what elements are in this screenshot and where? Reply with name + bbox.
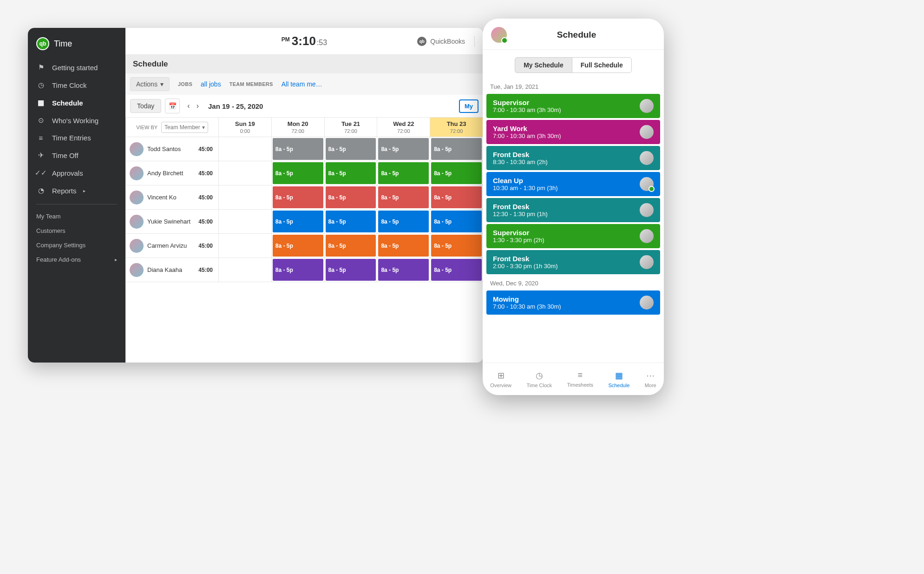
shift-block[interactable]: 8a - 5p <box>326 186 376 208</box>
user-avatar[interactable] <box>491 27 507 43</box>
seg-my-schedule[interactable]: My Schedule <box>515 57 572 73</box>
shift-cell[interactable]: 8a - 5p <box>272 210 325 233</box>
sidebar-item-reports[interactable]: ◔ Reports ▸ <box>28 182 125 199</box>
shift-cell[interactable] <box>219 258 272 282</box>
employee-cell[interactable]: Andy Birchett 45:00 <box>126 161 219 185</box>
sidebar-sub-feature-add-ons[interactable]: Feature Add-ons▸ <box>28 252 125 267</box>
sidebar-sub-my-team[interactable]: My Team <box>28 209 125 224</box>
shift-block[interactable]: 8a - 5p <box>273 211 323 232</box>
shift-block[interactable]: 8a - 5p <box>273 138 323 160</box>
shift-block[interactable]: 8a - 5p <box>378 162 429 184</box>
schedule-card[interactable]: Mowing 7:00 - 10:30 am (3h 30m) <box>486 290 660 315</box>
shift-block[interactable]: 8a - 5p <box>326 138 376 160</box>
today-button[interactable]: Today <box>130 99 161 113</box>
calendar-picker-button[interactable]: 📅 <box>165 99 180 113</box>
shift-cell[interactable]: 8a - 5p <box>430 210 483 233</box>
shift-block[interactable]: 8a - 5p <box>273 259 323 281</box>
shift-block[interactable]: 8a - 5p <box>273 186 323 208</box>
schedule-card[interactable]: Front Desk 8:30 - 10:30 am (2h) <box>486 146 660 170</box>
my-button[interactable]: My <box>459 99 478 113</box>
sidebar-item-approvals[interactable]: ✓✓ Approvals <box>28 164 125 182</box>
next-week-button[interactable]: › <box>197 102 199 110</box>
shift-cell[interactable] <box>219 137 272 161</box>
schedule-card[interactable]: Yard Work 7:00 - 10:30 am (3h 30m) <box>486 120 660 144</box>
sidebar-sub-customers[interactable]: Customers <box>28 224 125 238</box>
shift-cell[interactable]: 8a - 5p <box>272 161 325 185</box>
shift-cell[interactable] <box>219 161 272 185</box>
shift-block[interactable]: 8a - 5p <box>326 211 376 232</box>
shift-cell[interactable] <box>219 234 272 257</box>
shift-cell[interactable]: 8a - 5p <box>272 185 325 209</box>
schedule-card[interactable]: Supervisor 7:00 - 10:30 am (3h 30m) <box>486 94 660 118</box>
shift-block[interactable]: 8a - 5p <box>326 235 376 257</box>
tab-time-clock[interactable]: ◷ Time Clock <box>526 370 552 388</box>
shift-cell[interactable]: 8a - 5p <box>272 137 325 161</box>
shift-cell[interactable] <box>219 185 272 209</box>
employee-cell[interactable]: Diana Kaaha 45:00 <box>126 258 219 282</box>
shift-block[interactable]: 8a - 5p <box>431 162 482 184</box>
schedule-card[interactable]: Front Desk 2:00 - 3:30 pm (1h 30m) <box>486 250 660 274</box>
shift-cell[interactable]: 8a - 5p <box>430 185 483 209</box>
shift-cell[interactable]: 8a - 5p <box>377 161 430 185</box>
shift-cell[interactable]: 8a - 5p <box>430 234 483 257</box>
shift-block[interactable]: 8a - 5p <box>378 138 429 160</box>
shift-block[interactable]: 8a - 5p <box>326 259 376 281</box>
day-header[interactable]: Mon 20 72:00 <box>272 118 325 137</box>
sidebar-sub-company-settings[interactable]: Company Settings <box>28 238 125 252</box>
shift-cell[interactable]: 8a - 5p <box>430 161 483 185</box>
tab-schedule[interactable]: ▦ Schedule <box>608 370 629 388</box>
tab-overview[interactable]: ⊞ Overview <box>490 370 511 388</box>
employee-cell[interactable]: Vincent Ko 45:00 <box>126 185 219 209</box>
shift-cell[interactable]: 8a - 5p <box>325 210 378 233</box>
shift-block[interactable]: 8a - 5p <box>431 138 482 160</box>
employee-cell[interactable]: Todd Santos 45:00 <box>126 137 219 161</box>
jobs-filter-link[interactable]: all jobs <box>201 80 221 88</box>
shift-cell[interactable]: 8a - 5p <box>377 234 430 257</box>
shift-block[interactable]: 8a - 5p <box>431 259 482 281</box>
sidebar-item-who-s-working[interactable]: ⊙ Who's Working <box>28 112 125 129</box>
schedule-card[interactable]: Front Desk 12:30 - 1:30 pm (1h) <box>486 198 660 222</box>
shift-block[interactable]: 8a - 5p <box>378 211 429 232</box>
shift-block[interactable]: 8a - 5p <box>378 235 429 257</box>
shift-block[interactable]: 8a - 5p <box>431 186 482 208</box>
shift-cell[interactable]: 8a - 5p <box>377 210 430 233</box>
shift-cell[interactable]: 8a - 5p <box>325 161 378 185</box>
shift-cell[interactable]: 8a - 5p <box>272 258 325 282</box>
prev-week-button[interactable]: ‹ <box>187 102 190 110</box>
day-header[interactable]: Tue 21 72:00 <box>325 118 378 137</box>
shift-cell[interactable]: 8a - 5p <box>325 185 378 209</box>
sidebar-item-getting-started[interactable]: ⚑ Getting started <box>28 59 125 76</box>
shift-cell[interactable]: 8a - 5p <box>430 258 483 282</box>
shift-block[interactable]: 8a - 5p <box>378 259 429 281</box>
shift-block[interactable]: 8a - 5p <box>378 186 429 208</box>
shift-block[interactable]: 8a - 5p <box>273 235 323 257</box>
day-header[interactable]: Thu 23 72:00 <box>430 118 483 137</box>
sidebar-item-time-off[interactable]: ✈ Time Off <box>28 146 125 164</box>
sidebar-item-time-entries[interactable]: ≡ Time Entries <box>28 129 125 146</box>
shift-cell[interactable]: 8a - 5p <box>325 137 378 161</box>
schedule-card[interactable]: Clean Up 10:30 am - 1:30 pm (3h) <box>486 172 660 196</box>
employee-cell[interactable]: Carmen Arvizu 45:00 <box>126 234 219 257</box>
actions-button[interactable]: Actions ▾ <box>130 77 170 91</box>
schedule-card[interactable]: Supervisor 1:30 - 3:30 pm (2h) <box>486 224 660 248</box>
shift-cell[interactable]: 8a - 5p <box>430 137 483 161</box>
shift-cell[interactable]: 8a - 5p <box>325 234 378 257</box>
day-header[interactable]: Wed 22 72:00 <box>377 118 430 137</box>
shift-cell[interactable]: 8a - 5p <box>272 234 325 257</box>
view-by-select[interactable]: Team Member ▾ <box>161 122 208 133</box>
sidebar-item-time-clock[interactable]: ◷ Time Clock <box>28 76 125 94</box>
tab-more[interactable]: ⋯ More <box>645 370 656 388</box>
shift-cell[interactable] <box>219 210 272 233</box>
seg-full-schedule[interactable]: Full Schedule <box>572 57 632 73</box>
employee-cell[interactable]: Yukie Swinehart 45:00 <box>126 210 219 233</box>
shift-cell[interactable]: 8a - 5p <box>377 258 430 282</box>
sidebar-item-schedule[interactable]: ▦ Schedule <box>28 94 125 112</box>
shift-cell[interactable]: 8a - 5p <box>325 258 378 282</box>
tab-timesheets[interactable]: ≡ Timesheets <box>567 370 593 388</box>
shift-cell[interactable]: 8a - 5p <box>377 185 430 209</box>
shift-block[interactable]: 8a - 5p <box>273 162 323 184</box>
team-filter-link[interactable]: All team me… <box>282 80 322 88</box>
mobile-schedule-list[interactable]: Tue, Jan 19, 2021 Supervisor 7:00 - 10:3… <box>483 79 664 363</box>
shift-cell[interactable]: 8a - 5p <box>377 137 430 161</box>
day-header[interactable]: Sun 19 0:00 <box>219 118 272 137</box>
